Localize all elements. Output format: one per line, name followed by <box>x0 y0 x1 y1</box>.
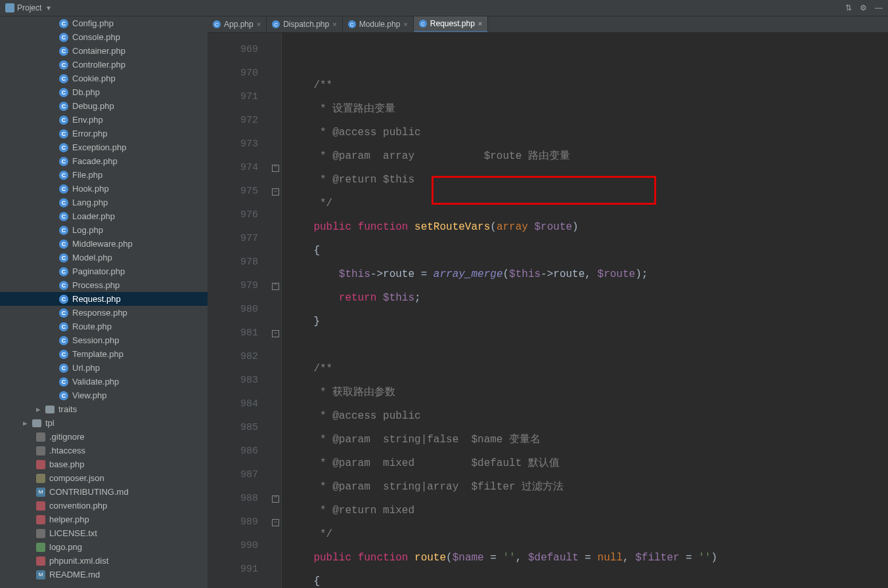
code-content[interactable]: /** * 设置路由变量 * @access public * @param a… <box>282 33 888 588</box>
fold-marker[interactable] <box>270 109 281 133</box>
fold-marker[interactable] <box>270 440 281 463</box>
file-base.php[interactable]: base.php <box>0 457 208 471</box>
file-logo.png[interactable]: logo.png <box>0 540 208 554</box>
file-Console.php[interactable]: CConsole.php <box>0 30 208 44</box>
fold-marker[interactable] <box>270 251 281 274</box>
fold-marker[interactable] <box>270 463 281 487</box>
fold-marker[interactable] <box>270 133 281 156</box>
file-Model.php[interactable]: CModel.php <box>0 251 208 264</box>
file-Route.php[interactable]: CRoute.php <box>0 320 208 333</box>
file-composer.json[interactable]: composer.json <box>0 471 208 485</box>
fold-marker[interactable] <box>270 203 281 227</box>
code-line-971[interactable]: * @access public <box>288 121 888 144</box>
file-Config.php[interactable]: CConfig.php <box>0 16 208 30</box>
fold-marker[interactable] <box>270 369 281 392</box>
file-Lang.php[interactable]: CLang.php <box>0 196 208 209</box>
settings-slider-icon[interactable]: ⇅ <box>845 3 852 12</box>
file-Template.php[interactable]: CTemplate.php <box>0 347 208 361</box>
file-Middleware.php[interactable]: CMiddleware.php <box>0 237 208 251</box>
file-Container.php[interactable]: CContainer.php <box>0 44 208 58</box>
folder-tpl[interactable]: ▸tpl <box>0 416 208 430</box>
file-.gitignore[interactable]: .gitignore <box>0 430 208 444</box>
file-View.php[interactable]: CView.php <box>0 388 208 402</box>
minimize-icon[interactable]: — <box>875 3 883 12</box>
gear-icon[interactable]: ⚙ <box>860 3 867 12</box>
file-Session.php[interactable]: CSession.php <box>0 333 208 347</box>
file-Loader.php[interactable]: CLoader.php <box>0 209 208 223</box>
file-Paginator.php[interactable]: CPaginator.php <box>0 264 208 278</box>
tab-App.php[interactable]: CApp.php× <box>208 16 267 32</box>
fold-marker[interactable] <box>270 534 281 558</box>
fold-marker[interactable]: ⌃ <box>270 156 281 180</box>
file-Db.php[interactable]: CDb.php <box>0 85 208 99</box>
fold-marker[interactable]: ⌃ <box>270 487 281 511</box>
file-Response.php[interactable]: CResponse.php <box>0 306 208 320</box>
file-convention.php[interactable]: convention.php <box>0 499 208 513</box>
file-Cookie.php[interactable]: CCookie.php <box>0 72 208 85</box>
tab-Request.php[interactable]: CRequest.php× <box>414 16 489 32</box>
file-Env.php[interactable]: CEnv.php <box>0 113 208 127</box>
fold-column[interactable]: ⌃−⌃−⌃−⌃ <box>270 33 282 588</box>
file-Exception.php[interactable]: CException.php <box>0 140 208 154</box>
fold-marker[interactable] <box>270 62 281 85</box>
fold-marker[interactable] <box>270 558 281 581</box>
file-Process.php[interactable]: CProcess.php <box>0 278 208 292</box>
file-Validate.php[interactable]: CValidate.php <box>0 375 208 388</box>
fold-marker[interactable]: − <box>270 180 281 203</box>
close-icon[interactable]: × <box>257 20 261 28</box>
file-Log.php[interactable]: CLog.php <box>0 223 208 237</box>
fold-marker[interactable] <box>270 298 281 322</box>
code-line-985[interactable]: * @param mixed $default 默认值 <box>288 452 888 475</box>
fold-marker[interactable]: − <box>270 511 281 534</box>
code-line-969[interactable]: /** <box>288 74 888 97</box>
file-.htaccess[interactable]: .htaccess <box>0 444 208 457</box>
file-Facade.php[interactable]: CFacade.php <box>0 154 208 168</box>
code-line-970[interactable]: * 设置路由变量 <box>288 97 888 121</box>
code-line-973[interactable]: * @return $this <box>288 168 888 192</box>
code-line-975[interactable]: public function setRouteVars(array $rout… <box>288 215 888 239</box>
project-tree[interactable]: CConfig.phpCConsole.phpCContainer.phpCCo… <box>0 16 208 588</box>
fold-marker[interactable]: − <box>270 322 281 345</box>
chevron-down-icon[interactable]: ▾ <box>47 3 51 12</box>
code-line-972[interactable]: * @param array $route 路由变量 <box>288 144 888 168</box>
fold-marker[interactable] <box>270 38 281 62</box>
fold-marker[interactable] <box>270 227 281 251</box>
file-CONTRIBUTING.md[interactable]: MCONTRIBUTING.md <box>0 485 208 499</box>
file-Request.php[interactable]: CRequest.php <box>0 292 208 306</box>
code-editor[interactable]: 9699709719729739749759769779789799809819… <box>208 33 888 588</box>
code-line-986[interactable]: * @param string|array $filter 过滤方法 <box>288 475 888 499</box>
fold-marker[interactable] <box>270 85 281 109</box>
code-line-980[interactable] <box>288 333 888 357</box>
tab-Dispatch.php[interactable]: CDispatch.php× <box>267 16 342 32</box>
code-line-979[interactable]: } <box>288 310 888 333</box>
file-Debug.php[interactable]: CDebug.php <box>0 99 208 113</box>
close-icon[interactable]: × <box>403 20 407 28</box>
code-line-987[interactable]: * @return mixed <box>288 499 888 522</box>
file-Url.php[interactable]: CUrl.php <box>0 361 208 375</box>
fold-marker[interactable]: ⌃ <box>270 581 281 588</box>
code-line-982[interactable]: * 获取路由参数 <box>288 381 888 404</box>
tab-Module.php[interactable]: CModule.php× <box>343 16 414 32</box>
file-phpunit.xml.dist[interactable]: phpunit.xml.dist <box>0 554 208 568</box>
file-helper.php[interactable]: helper.php <box>0 513 208 526</box>
fold-marker[interactable] <box>270 392 281 416</box>
close-icon[interactable]: × <box>332 20 336 28</box>
fold-marker[interactable] <box>270 345 281 369</box>
close-icon[interactable]: × <box>478 20 482 28</box>
code-line-983[interactable]: * @access public <box>288 404 888 428</box>
code-line-984[interactable]: * @param string|false $name 变量名 <box>288 428 888 452</box>
file-Hook.php[interactable]: CHook.php <box>0 182 208 196</box>
code-line-978[interactable]: return $this; <box>288 286 888 310</box>
file-README.md[interactable]: MREADME.md <box>0 568 208 581</box>
file-LICENSE.txt[interactable]: LICENSE.txt <box>0 526 208 540</box>
code-line-981[interactable]: /** <box>288 357 888 381</box>
fold-marker[interactable]: ⌃ <box>270 274 281 298</box>
project-label[interactable]: Project <box>17 3 41 12</box>
code-line-989[interactable]: public function route($name = '', $defau… <box>288 546 888 570</box>
file-Controller.php[interactable]: CController.php <box>0 58 208 72</box>
folder-traits[interactable]: ▸traits <box>0 402 208 416</box>
code-line-977[interactable]: $this->route = array_merge($this->route,… <box>288 262 888 286</box>
code-line-990[interactable]: { <box>288 570 888 588</box>
file-File.php[interactable]: CFile.php <box>0 168 208 182</box>
code-line-976[interactable]: { <box>288 239 888 262</box>
